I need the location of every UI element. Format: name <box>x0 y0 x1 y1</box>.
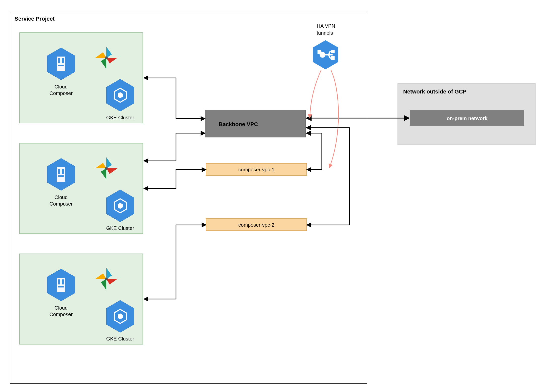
gke-label: GKE Cluster <box>106 115 134 120</box>
composer-vpc-1-label: composer-vpc-1 <box>238 167 274 172</box>
vpn-arrow-to-backbone <box>310 70 321 118</box>
vpn-icon <box>313 40 338 69</box>
architecture-diagram: Service Project CloudComposer GKE Cluste… <box>0 0 548 392</box>
gke-label: GKE Cluster <box>106 225 134 231</box>
conn-cvpc1-backbone <box>306 133 322 170</box>
conn-env1-backbone <box>144 78 205 119</box>
vpn-label-line1: HA VPN <box>317 23 335 29</box>
external-network-title: Network outside of GCP <box>403 88 467 95</box>
composer-vpc-2-label: composer-vpc-2 <box>238 222 274 228</box>
conn-env2-backbone <box>144 133 205 161</box>
env-box-2: CloudComposer GKE Cluster <box>20 143 143 234</box>
env-box-1: CloudComposer GKE Cluster <box>20 33 143 123</box>
conn-env3-composervpc2 <box>144 225 206 299</box>
vpn-label-line2: tunnels <box>317 30 333 36</box>
conn-cvpc2-backbone <box>306 128 349 225</box>
onprem-label: on-prem network <box>447 116 488 121</box>
conn-env2-composervpc1 <box>144 170 206 188</box>
svg-rect-19 <box>317 50 321 54</box>
vpn-arrow-to-cvpc1 <box>329 70 338 168</box>
gke-label: GKE Cluster <box>106 336 134 341</box>
service-project-title: Service Project <box>15 16 55 22</box>
env-box-3: CloudComposer GKE Cluster <box>20 254 143 344</box>
backbone-vpc-label: Backbone VPC <box>219 121 258 127</box>
